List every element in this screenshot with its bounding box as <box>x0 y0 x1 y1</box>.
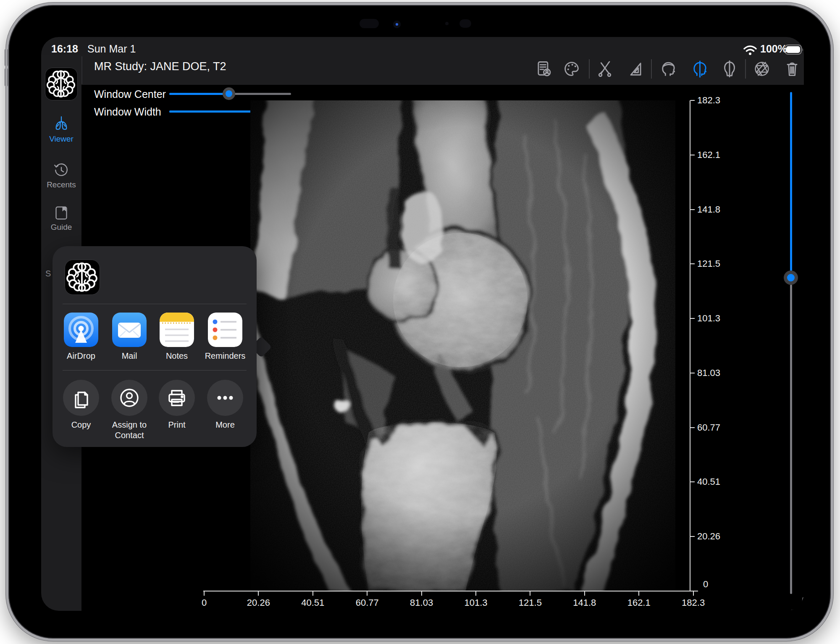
share-target-reminders[interactable]: Reminders <box>201 313 249 361</box>
truedepth-sensor <box>459 19 471 28</box>
y-tick-label: 141.8 <box>697 204 720 215</box>
x-tick-label: 40.51 <box>294 597 332 608</box>
y-tick <box>690 209 695 210</box>
x-tick-label: 0 <box>185 597 223 608</box>
y-tick <box>690 427 695 428</box>
y-tick <box>690 263 695 264</box>
x-tick-label: 81.03 <box>403 597 441 608</box>
y-tick-label: 81.03 <box>697 368 720 379</box>
window-center-thumb[interactable] <box>223 87 235 100</box>
trash-icon[interactable] <box>782 59 802 79</box>
x-tick-label: 60.77 <box>348 597 386 608</box>
share-target-mail[interactable]: Mail <box>105 313 154 361</box>
date: Sun Mar 1 <box>87 43 136 55</box>
head-coronal-icon[interactable] <box>719 59 740 79</box>
head-axial-icon[interactable] <box>659 59 679 79</box>
ipad-frame: 16:18 Sun Mar 1 100% MR Study: JANE DOE,… <box>6 3 833 641</box>
x-tick <box>475 591 476 596</box>
y-tick-label: 162.1 <box>697 150 720 160</box>
palette-icon[interactable] <box>562 59 582 79</box>
edit-tools-icon[interactable] <box>595 59 615 79</box>
sidebar-item-settings-partial[interactable]: S <box>45 269 51 279</box>
share-target-label: Reminders <box>201 351 249 361</box>
y-tick <box>690 373 695 373</box>
share-popover: AirDrop Mail <box>52 246 257 447</box>
y-tick-label: 101.3 <box>697 313 720 324</box>
window-width-label: Window Width <box>94 106 161 118</box>
app-icon[interactable] <box>45 68 78 100</box>
head-sagittal-icon[interactable] <box>690 59 710 79</box>
ambient-sensor <box>445 22 449 25</box>
x-tick <box>367 591 368 596</box>
x-tick-label: 121.5 <box>511 597 549 608</box>
toolbar-divider <box>745 59 746 79</box>
wifi-icon <box>743 45 757 56</box>
y-tick-label: 60.77 <box>697 422 720 433</box>
y-tick-label: 121.5 <box>697 258 720 269</box>
scale-slider-thumb[interactable] <box>784 271 798 285</box>
battery-percent-label: 100% <box>760 43 787 55</box>
app-screen: 16:18 Sun Mar 1 100% MR Study: JANE DOE,… <box>41 37 804 611</box>
x-tick-label: 20.26 <box>239 597 277 608</box>
mri-image-viewport[interactable] <box>204 100 697 591</box>
sidebar-item-viewer[interactable]: Viewer <box>41 115 81 144</box>
sidebar-item-label: Recents <box>41 180 81 189</box>
share-target-notes[interactable]: Notes <box>152 313 201 361</box>
action-label: More <box>201 420 249 430</box>
share-target-label: Notes <box>152 351 201 361</box>
action-print[interactable]: Print <box>152 380 201 430</box>
y-tick <box>690 481 695 482</box>
x-tick <box>584 591 585 596</box>
scale-slider-filled[interactable] <box>790 92 792 272</box>
assign-contact-icon <box>111 380 147 416</box>
y-tick <box>690 100 695 101</box>
aperture-icon[interactable] <box>752 59 772 79</box>
y-tick <box>690 536 695 537</box>
volume-up-button <box>5 49 8 66</box>
action-copy[interactable]: Copy <box>57 380 105 430</box>
y-tick-label: 182.3 <box>697 95 720 106</box>
action-label: Copy <box>57 420 105 430</box>
reminders-icon <box>208 313 242 347</box>
popover-divider <box>63 370 247 371</box>
x-axis-line <box>203 591 698 591</box>
recents-clock-icon <box>52 161 70 179</box>
y-tick-label: 40.51 <box>697 476 720 487</box>
y-tick-label: 20.26 <box>697 531 720 542</box>
x-tick <box>530 591 530 596</box>
share-target-label: AirDrop <box>57 351 105 361</box>
set-square-icon[interactable] <box>625 59 646 79</box>
battery-icon <box>785 45 804 55</box>
airdrop-icon <box>64 313 98 347</box>
x-tick <box>638 591 639 596</box>
study-title: MR Study: JANE DOE, T2 <box>94 60 226 73</box>
header-divider <box>81 56 82 84</box>
sidebar-item-recents[interactable]: Recents <box>41 161 81 189</box>
knee-mri-render <box>244 100 675 591</box>
toolbar-divider <box>589 59 590 79</box>
clock: 16:18 <box>51 43 78 55</box>
y-tick <box>690 591 695 591</box>
front-camera-lens <box>393 21 401 28</box>
copy-icon <box>63 380 99 416</box>
x-tick-label: 101.3 <box>457 597 495 608</box>
x-tick <box>204 591 205 596</box>
x-tick <box>258 591 259 596</box>
action-assign-to-contact[interactable]: Assign to Contact <box>105 380 154 441</box>
x-tick-label: 162.1 <box>620 597 658 608</box>
sidebar-item-guide[interactable]: Guide <box>41 205 81 232</box>
report-info-icon[interactable] <box>533 59 554 79</box>
share-target-airdrop[interactable]: AirDrop <box>57 313 105 361</box>
action-label: Assign to Contact <box>105 420 154 441</box>
toolbar-divider <box>651 59 652 79</box>
action-more[interactable]: More <box>201 380 249 430</box>
sidebar-item-label: Guide <box>41 223 81 232</box>
action-label: Print <box>152 420 201 430</box>
volume-down-button <box>5 68 8 87</box>
lungs-icon <box>52 115 70 133</box>
x-tick <box>312 591 313 596</box>
guide-book-icon <box>53 205 70 221</box>
popover-divider <box>63 304 247 304</box>
x-tick-label: 182.3 <box>675 597 712 608</box>
scale-slider-track[interactable] <box>790 284 792 594</box>
